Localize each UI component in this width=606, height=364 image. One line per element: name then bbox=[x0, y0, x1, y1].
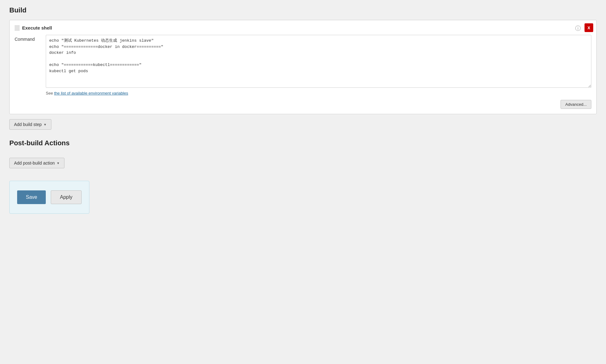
add-post-build-action-button[interactable]: Add post-build action ▼ bbox=[9, 158, 64, 168]
execute-shell-header: Execute shell bbox=[15, 25, 591, 30]
save-button[interactable]: Save bbox=[17, 190, 46, 204]
save-apply-box: Save Apply bbox=[9, 181, 89, 214]
close-execute-shell-button[interactable]: x bbox=[585, 23, 593, 32]
page-container: Build x ⓘ Execute shell Command echo "测试… bbox=[0, 0, 606, 364]
drag-handle-icon bbox=[15, 26, 20, 30]
apply-button[interactable]: Apply bbox=[51, 190, 81, 204]
command-row: Command echo "测试 Kubernetes 动态生成 jenkins… bbox=[15, 35, 591, 88]
build-section: Build x ⓘ Execute shell Command echo "测试… bbox=[9, 6, 597, 130]
advanced-btn-row: Advanced... bbox=[15, 100, 591, 109]
help-icon[interactable]: ⓘ bbox=[575, 25, 581, 32]
add-build-step-label: Add build step bbox=[14, 122, 42, 127]
execute-shell-container: x ⓘ Execute shell Command echo "测试 Kuber… bbox=[9, 20, 597, 114]
build-section-title: Build bbox=[9, 6, 597, 14]
add-build-step-button[interactable]: Add build step ▼ bbox=[9, 119, 51, 130]
dropdown-arrow-icon: ▼ bbox=[44, 123, 47, 126]
command-label: Command bbox=[15, 35, 46, 42]
post-build-dropdown-arrow-icon: ▼ bbox=[57, 161, 60, 165]
env-vars-link[interactable]: the list of available environment variab… bbox=[54, 91, 128, 96]
env-vars-row: See the list of available environment va… bbox=[46, 91, 591, 96]
command-textarea[interactable]: echo "测试 Kubernetes 动态生成 jenkins slave" … bbox=[46, 35, 591, 88]
add-post-build-label: Add post-build action bbox=[14, 161, 55, 166]
post-build-section: Post-build Actions Add post-build action… bbox=[9, 139, 597, 168]
execute-shell-box: x ⓘ Execute shell Command echo "测试 Kuber… bbox=[9, 20, 597, 114]
post-build-section-title: Post-build Actions bbox=[9, 139, 597, 147]
env-vars-text: See bbox=[46, 91, 54, 96]
execute-shell-title: Execute shell bbox=[22, 25, 52, 30]
advanced-button[interactable]: Advanced... bbox=[561, 100, 591, 109]
